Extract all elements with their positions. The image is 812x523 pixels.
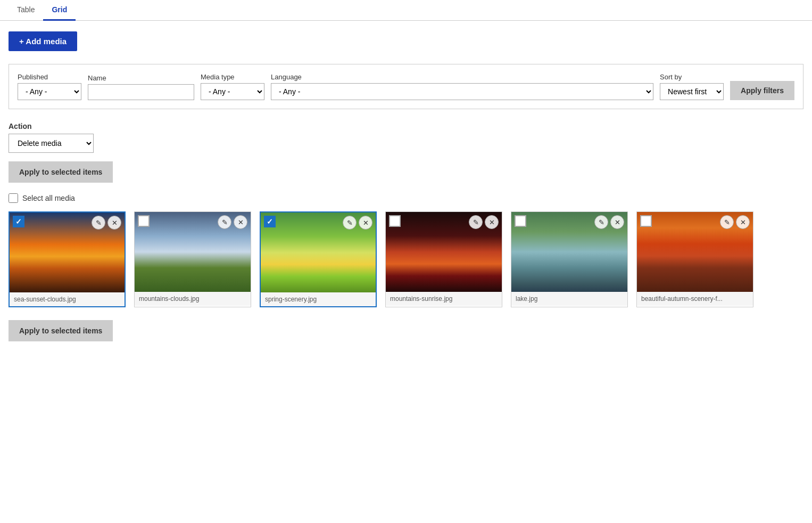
media-type-filter-label: Media type <box>201 73 264 81</box>
action-section: Action Delete media Publish media Unpubl… <box>9 122 803 153</box>
card-checkbox[interactable] <box>138 215 150 227</box>
media-thumbnail: ✎✕ <box>637 212 753 292</box>
tab-table[interactable]: Table <box>9 0 43 21</box>
media-card: ✎✕mountains-clouds.jpg <box>134 211 251 307</box>
card-top-controls: ✎✕ <box>389 215 499 229</box>
card-checkbox[interactable] <box>264 216 276 227</box>
published-filter-group: Published - Any - Yes No <box>18 73 81 100</box>
edit-icon[interactable]: ✎ <box>720 215 734 229</box>
media-grid: ✎✕sea-sunset-clouds.jpg✎✕mountains-cloud… <box>9 211 803 307</box>
card-top-controls: ✎✕ <box>13 216 121 230</box>
apply-to-selected-top-button[interactable]: Apply to selected items <box>9 161 113 183</box>
select-all-checkbox[interactable] <box>9 193 18 203</box>
media-thumbnail: ✎✕ <box>261 213 376 292</box>
card-checkbox[interactable] <box>515 215 526 227</box>
card-action-buttons: ✎✕ <box>720 215 750 229</box>
add-media-button[interactable]: + Add media <box>9 31 77 51</box>
media-thumbnail: ✎✕ <box>135 212 251 292</box>
edit-icon[interactable]: ✎ <box>594 215 608 229</box>
card-action-buttons: ✎✕ <box>218 215 247 229</box>
name-filter-input[interactable] <box>88 84 194 100</box>
published-filter-select[interactable]: - Any - Yes No <box>18 83 81 100</box>
delete-icon[interactable]: ✕ <box>234 215 247 229</box>
edit-icon[interactable]: ✎ <box>343 216 357 230</box>
card-top-controls: ✎✕ <box>138 215 247 229</box>
media-filename: spring-scenery.jpg <box>261 292 376 306</box>
edit-icon[interactable]: ✎ <box>218 215 231 229</box>
media-filename: mountains-sunrise.jpg <box>386 292 502 306</box>
select-all-label: Select all media <box>22 194 75 202</box>
language-filter-label: Language <box>271 73 653 81</box>
edit-icon[interactable]: ✎ <box>92 216 105 230</box>
action-label: Action <box>9 122 803 130</box>
media-filename: mountains-clouds.jpg <box>135 292 251 306</box>
media-card: ✎✕spring-scenery.jpg <box>260 211 377 307</box>
edit-icon[interactable]: ✎ <box>469 215 483 229</box>
delete-icon[interactable]: ✕ <box>610 215 624 229</box>
media-card: ✎✕lake.jpg <box>511 211 628 307</box>
tab-grid[interactable]: Grid <box>43 0 76 21</box>
name-filter-group: Name <box>88 74 194 100</box>
delete-icon[interactable]: ✕ <box>736 215 750 229</box>
sort-by-filter-label: Sort by <box>660 73 724 81</box>
delete-icon[interactable]: ✕ <box>485 215 499 229</box>
sort-by-filter-select[interactable]: Newest first Oldest first Name A-Z Name … <box>660 83 724 100</box>
published-filter-label: Published <box>18 73 81 81</box>
delete-icon[interactable]: ✕ <box>107 216 121 230</box>
media-type-filter-group: Media type - Any - Image Video Audio Doc… <box>201 73 264 100</box>
language-filter-select[interactable]: - Any - English French German Spanish <box>271 83 653 100</box>
card-checkbox[interactable] <box>640 215 652 227</box>
card-action-buttons: ✎✕ <box>469 215 499 229</box>
media-type-filter-select[interactable]: - Any - Image Video Audio Document <box>201 83 264 100</box>
media-filename: lake.jpg <box>511 292 627 306</box>
card-action-buttons: ✎✕ <box>92 216 121 230</box>
media-filename: sea-sunset-clouds.jpg <box>10 292 125 306</box>
apply-to-selected-bottom-button[interactable]: Apply to selected items <box>9 320 113 341</box>
card-action-buttons: ✎✕ <box>594 215 624 229</box>
filters-bar: Published - Any - Yes No Name Media type… <box>9 64 803 109</box>
media-card: ✎✕mountains-sunrise.jpg <box>385 211 502 307</box>
media-card: ✎✕beautiful-autumn-scenery-f... <box>636 211 753 307</box>
media-thumbnail: ✎✕ <box>511 212 627 292</box>
language-filter-group: Language - Any - English French German S… <box>271 73 653 100</box>
card-top-controls: ✎✕ <box>515 215 624 229</box>
card-checkbox[interactable] <box>389 215 401 227</box>
card-action-buttons: ✎✕ <box>343 216 372 230</box>
delete-icon[interactable]: ✕ <box>359 216 372 230</box>
card-top-controls: ✎✕ <box>264 216 372 230</box>
apply-filters-button[interactable]: Apply filters <box>730 81 794 100</box>
card-checkbox[interactable] <box>13 216 24 227</box>
media-card: ✎✕sea-sunset-clouds.jpg <box>9 211 126 307</box>
main-content: + Add media Published - Any - Yes No Nam… <box>0 21 812 363</box>
card-top-controls: ✎✕ <box>640 215 750 229</box>
name-filter-label: Name <box>88 74 194 82</box>
action-select[interactable]: Delete media Publish media Unpublish med… <box>9 134 94 153</box>
view-tabs: Table Grid <box>0 0 812 21</box>
select-all-row: Select all media <box>9 193 803 203</box>
media-thumbnail: ✎✕ <box>386 212 502 292</box>
media-filename: beautiful-autumn-scenery-f... <box>637 292 753 306</box>
media-thumbnail: ✎✕ <box>10 213 125 292</box>
sort-by-filter-group: Sort by Newest first Oldest first Name A… <box>660 73 724 100</box>
